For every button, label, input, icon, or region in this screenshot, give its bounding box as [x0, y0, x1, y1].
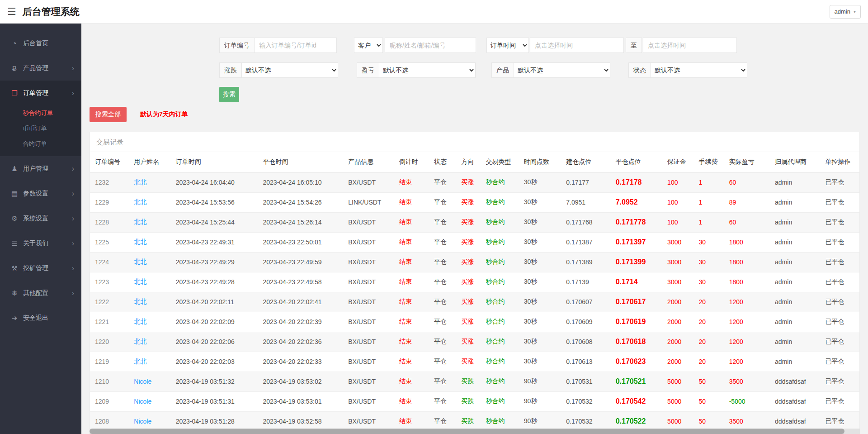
user-link[interactable]: 北北	[129, 232, 170, 252]
column-header: 产品信息	[343, 152, 394, 172]
cell-open_price: 0.17139	[561, 272, 610, 292]
cell-close_price: 0.17178	[611, 172, 662, 192]
horizontal-scrollbar[interactable]	[90, 429, 860, 434]
user-link[interactable]: 北北	[129, 192, 170, 212]
cell-agent: admin	[770, 212, 820, 232]
cell-open_price: 0.170531	[561, 372, 610, 391]
sidebar-subitem-second-contract-orders[interactable]: 秒合约订单	[0, 105, 81, 121]
profit-label: 盈亏	[357, 62, 379, 78]
sidebar-item-logout[interactable]: ➔安全退出	[0, 305, 81, 330]
user-link[interactable]: 北北	[129, 352, 170, 372]
column-header: 用户姓名	[129, 152, 170, 172]
user-link[interactable]: 北北	[129, 172, 170, 192]
filter-row-3: 搜索	[219, 87, 860, 102]
user-link[interactable]: 北北	[129, 272, 170, 292]
customer-input[interactable]	[385, 38, 476, 53]
cell-margin: 3000	[662, 272, 693, 292]
product-label: 产品	[491, 62, 514, 78]
cell-profit: 1200	[724, 312, 770, 332]
cell-status: 平仓	[429, 212, 456, 232]
column-header: 手续费	[693, 152, 724, 172]
user-dropdown[interactable]: admin ▾	[830, 5, 861, 19]
order-no-label: 订单编号	[219, 38, 255, 53]
sidebar-item-other[interactable]: ❋其他配置›	[0, 281, 81, 305]
column-header: 交易类型	[481, 152, 519, 172]
cell-open_price: 0.171768	[561, 212, 610, 232]
cell-agent: admin	[770, 252, 820, 272]
cell-status: 平仓	[429, 232, 456, 252]
cell-fee: 30	[693, 232, 724, 252]
cell-control: 已平仓	[821, 252, 859, 272]
user-icon: ♟	[10, 165, 19, 173]
search-all-row: 搜索全部 默认为7天内订单	[90, 107, 860, 122]
chevron-right-icon: ›	[72, 190, 74, 198]
cell-product: BX/USDT	[343, 212, 394, 232]
time-type-select[interactable]: 订单时间	[486, 38, 529, 53]
sidebar-item-orders[interactable]: ❐订单管理›	[0, 81, 81, 105]
table-row: 1221北北2023-04-20 22:02:092023-04-20 22:0…	[90, 312, 859, 332]
cell-trade_type: 秒合约	[481, 252, 519, 272]
orders-table: 订单编号用户姓名订单时间平仓时间产品信息倒计时状态方向交易类型时间点数建仓点位平…	[90, 152, 859, 432]
cell-close_time: 2023-04-20 22:02:33	[258, 352, 344, 372]
sidebar-subitem-coin-orders[interactable]: 币币订单	[0, 121, 81, 136]
cell-agent: admin	[770, 312, 820, 332]
sidebar-item-params[interactable]: ▤参数设置›	[0, 181, 81, 206]
column-header: 时间点数	[519, 152, 561, 172]
user-link[interactable]: 北北	[129, 212, 170, 232]
column-header: 归属代理商	[770, 152, 820, 172]
updown-select[interactable]: 默认不选	[241, 62, 338, 78]
cell-control: 已平仓	[821, 272, 859, 292]
user-link[interactable]: 北北	[129, 252, 170, 272]
cell-profit: 1200	[724, 292, 770, 312]
search-all-button[interactable]: 搜索全部	[90, 107, 127, 122]
profit-select[interactable]: 默认不选	[379, 62, 476, 78]
cell-open_price: 0.170607	[561, 292, 610, 312]
user-link[interactable]: Nicole	[129, 372, 170, 391]
status-select[interactable]: 默认不选	[651, 62, 747, 78]
table-row: 1232北北2023-04-24 16:04:402023-04-24 16:0…	[90, 172, 859, 192]
time-to-input[interactable]	[643, 38, 737, 53]
sidebar-subitem-contract-orders[interactable]: 合约订单	[0, 136, 81, 152]
cell-close_price: 0.171778	[611, 212, 662, 232]
sidebar-item-mining[interactable]: ⚒挖矿管理›	[0, 256, 81, 281]
cell-profit: 60	[724, 172, 770, 192]
time-from-input[interactable]	[530, 38, 624, 53]
customer-type-select[interactable]: 客户	[354, 38, 383, 53]
cell-direction: 买涨	[456, 172, 481, 192]
sidebar-item-products[interactable]: Ƀ产品管理›	[0, 56, 81, 81]
search-button[interactable]: 搜索	[219, 87, 239, 102]
cell-close_time: 2023-04-23 22:49:59	[258, 252, 344, 272]
cell-fee: 30	[693, 272, 724, 292]
sidebar-item-about[interactable]: ☰关于我们›	[0, 231, 81, 256]
hamburger-menu-icon[interactable]: ☰	[7, 7, 16, 17]
user-link[interactable]: 北北	[129, 312, 170, 332]
sidebar-item-users[interactable]: ♟用户管理›	[0, 156, 81, 181]
cell-order_id: 1229	[90, 192, 129, 212]
scrollbar-thumb[interactable]	[90, 429, 844, 434]
order-no-input[interactable]	[255, 38, 337, 53]
cell-open_price: 0.170532	[561, 391, 610, 411]
sidebar-item-system[interactable]: ⚙系统设置›	[0, 206, 81, 231]
cell-open_time: 2023-04-23 22:49:29	[171, 252, 258, 272]
cell-status: 平仓	[429, 292, 456, 312]
cell-close_price: 7.0952	[611, 192, 662, 212]
table-row: 1224北北2023-04-23 22:49:292023-04-23 22:4…	[90, 252, 859, 272]
cell-open_time: 2023-04-24 15:53:56	[171, 192, 258, 212]
cell-order_id: 1232	[90, 172, 129, 192]
status-label: 状态	[628, 62, 651, 78]
sidebar-item-label: 参数设置	[23, 190, 48, 198]
cell-fee: 1	[693, 212, 724, 232]
cell-direction: 买涨	[456, 232, 481, 252]
user-link[interactable]: 北北	[129, 332, 170, 352]
to-label: 至	[626, 38, 642, 53]
panel-title: 交易记录	[90, 132, 859, 152]
cell-fee: 50	[693, 391, 724, 411]
cell-order_id: 1219	[90, 352, 129, 372]
user-link[interactable]: Nicole	[129, 391, 170, 411]
cell-control: 已平仓	[821, 292, 859, 312]
product-select[interactable]: 默认不选	[514, 62, 610, 78]
sidebar-item-dashboard[interactable]: ◔后台首页	[0, 31, 81, 56]
sidebar-item-label: 后台首页	[23, 39, 48, 48]
list-icon: ☰	[10, 239, 19, 248]
user-link[interactable]: 北北	[129, 292, 170, 312]
